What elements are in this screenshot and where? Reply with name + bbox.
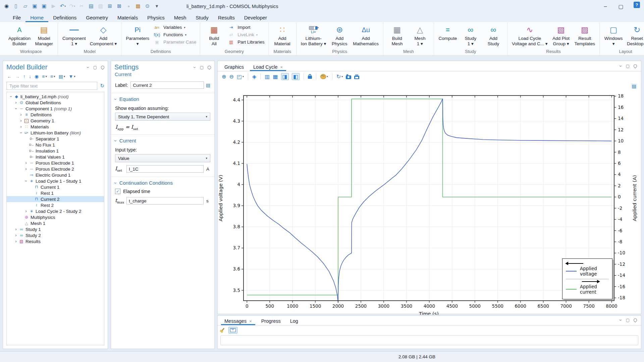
go-back-icon[interactable]: ←	[7, 74, 12, 79]
tree-item-current-1[interactable]: ⊓Current 1	[7, 184, 104, 190]
close-icon[interactable]: ×	[249, 319, 252, 324]
zoom-in-icon[interactable]: ⊕	[222, 73, 226, 80]
livelink-button[interactable]: ⇄LiveLink▾	[226, 32, 265, 38]
show-icon[interactable]: ◉	[35, 74, 39, 79]
tree-expander-icon[interactable]: ›	[19, 118, 23, 123]
duplicate-icon[interactable]: ⊞	[105, 1, 114, 11]
tree-item-current-2[interactable]: ⊓Current 2	[7, 196, 104, 202]
menu-definitions[interactable]: Definitions	[48, 14, 81, 22]
tree-item-results[interactable]: ›▧Results	[7, 238, 104, 244]
zoom-box-icon[interactable]: ◰▾	[237, 73, 244, 80]
tab-log[interactable]: Log	[287, 317, 302, 325]
tree-item-lithium-ion-battery[interactable]: ›Li+Lithium-Ion Battery(liion)	[7, 130, 104, 136]
open-file-icon[interactable]: ▱	[21, 1, 30, 11]
tree-item-geometry-1[interactable]: ›AGeometry 1	[7, 118, 104, 124]
menu-developer[interactable]: Developer	[239, 14, 272, 22]
tree-item-electric-ground-1[interactable]: ⊸Electric Ground 1	[7, 172, 104, 178]
menu-home[interactable]: Home	[25, 14, 48, 22]
float-panel-icon[interactable]: ▢	[626, 64, 630, 68]
tree-item-li-battery-1d-mph[interactable]: ›◆li_battery_1d.mph(root)	[7, 94, 104, 100]
save-as-icon[interactable]: ▣	[40, 1, 49, 11]
tree-expander-icon[interactable]: ›	[14, 227, 18, 232]
current-section-header[interactable]: › Current	[111, 135, 214, 145]
tree-expander-icon[interactable]: ›	[14, 100, 18, 105]
tree-expander-icon[interactable]: ›	[14, 107, 18, 111]
build-mesh-button[interactable]: ▦BuildMesh	[386, 23, 408, 47]
find-icon[interactable]: ⊙	[143, 1, 152, 11]
tab-progress[interactable]: Progress	[258, 317, 284, 325]
variables-button[interactable]: a=Variables▾	[152, 24, 197, 30]
component-1-button[interactable]: Component1 ▾	[61, 23, 87, 47]
collapse-all-icon[interactable]: ≡▾	[42, 74, 47, 79]
messages-window-toggle[interactable]	[228, 327, 237, 334]
equation-study-dropdown[interactable]: Study 1, Time Dependent ▾	[115, 113, 210, 121]
parameter-case-button[interactable]: ▣Parameter Case	[152, 39, 197, 45]
go-forward-icon[interactable]: →	[15, 74, 20, 79]
chevron-down-icon[interactable]: ›	[619, 319, 623, 321]
tree-item-porous-electrode-2[interactable]: ›─Porous Electrode 2	[7, 166, 104, 172]
chevron-down-icon[interactable]: ›	[193, 66, 197, 68]
maximize-button[interactable]: ▢	[613, 0, 629, 13]
move-up-icon[interactable]: ↑	[23, 74, 25, 79]
pin-icon[interactable]	[207, 65, 212, 69]
add-physics-button[interactable]: ⊛AddPhysics	[329, 23, 350, 47]
elapsed-time-checkbox[interactable]: ✓	[115, 189, 120, 194]
menu-mesh[interactable]: Mesh	[169, 14, 191, 22]
tree-item-study-2[interactable]: ›∞Study 2	[7, 232, 104, 238]
refresh-icon[interactable]: ↻	[100, 83, 104, 89]
lithium-ion-battery-button[interactable]: Li+Lithium-Ion Battery ▾	[300, 23, 328, 47]
input-type-dropdown[interactable]: Value ▾	[115, 154, 210, 162]
menu-file[interactable]: File	[8, 14, 25, 22]
model-tree-node-text-icon[interactable]: ▤▾	[59, 74, 65, 79]
tree-item-no-flux-1[interactable]: D→No Flux 1	[7, 142, 104, 148]
tree-expander-icon[interactable]: ›	[19, 124, 23, 129]
tree-expander-icon[interactable]: ›	[14, 233, 18, 238]
tree-filter-input[interactable]	[6, 82, 97, 90]
float-panel-icon[interactable]: ▢	[626, 318, 630, 322]
import-button[interactable]: ⇥Import	[226, 24, 265, 30]
customize-qat-icon[interactable]: ▾	[152, 1, 161, 11]
add-plot-group-button[interactable]: ▧Add PlotGroup ▾	[550, 23, 572, 47]
label-input[interactable]	[130, 81, 204, 89]
add-study-button[interactable]: ∞AddStudy	[483, 23, 504, 47]
delete-icon[interactable]: ⊠	[115, 1, 124, 11]
tree-expander-icon[interactable]: ›	[9, 95, 13, 99]
tree-item-rest-2[interactable]: ≀Rest 2	[7, 202, 104, 208]
tree-item-global-definitions[interactable]: ›⊙Global Definitions	[7, 100, 104, 106]
mesh-1-button[interactable]: △Mesh1 ▾	[409, 23, 431, 47]
add-material-button[interactable]: ∷AddMaterial	[272, 23, 293, 47]
print-icon[interactable]	[354, 74, 359, 79]
tree-expander-icon[interactable]: ›	[24, 161, 28, 165]
tree-expander-icon[interactable]: ›	[19, 131, 23, 135]
menu-physics[interactable]: Physics	[143, 14, 169, 22]
zoom-extents-icon[interactable]: ◈	[252, 73, 256, 80]
tab-messages[interactable]: Messages×	[221, 317, 255, 325]
lock-axes-icon[interactable]	[308, 74, 312, 79]
functions-button[interactable]: f(x)Functions▾	[152, 32, 197, 38]
menu-geometry[interactable]: Geometry	[81, 14, 113, 22]
help-button[interactable]: ?	[634, 2, 640, 8]
tree-item-materials[interactable]: ›∷Materials	[7, 124, 104, 130]
run-icon[interactable]: ▶	[49, 1, 58, 11]
add-component-button[interactable]: ◇AddComponent ▾	[89, 23, 118, 47]
chevron-down-icon[interactable]: ›	[619, 65, 623, 67]
cut-icon[interactable]: ✂	[77, 1, 86, 11]
plot-image-icon[interactable]: ▤	[631, 83, 637, 89]
tree-item-definitions[interactable]: ›≡Definitions	[7, 112, 104, 118]
tree-item-porous-electrode-1[interactable]: ›─Porous Electrode 1	[7, 160, 104, 166]
windows-button[interactable]: ▢Windows▾	[603, 23, 624, 47]
color-legend-icon[interactable]: ◨	[281, 73, 289, 80]
new-file-icon[interactable]: ▯	[11, 1, 20, 11]
add-mathematics-button[interactable]: ΔuAddMathematics	[352, 23, 380, 47]
load-cycle-voltage-button[interactable]: ∿Load CycleVoltage and C... ▾	[511, 23, 549, 47]
move-down-icon[interactable]: ↓	[29, 74, 31, 79]
tree-item-separator-1[interactable]: D–Separator 1	[7, 136, 104, 142]
compute-button[interactable]: =Compute	[437, 23, 459, 42]
tmax-input[interactable]	[126, 197, 204, 204]
iset-input[interactable]	[126, 165, 204, 173]
tree-expander-icon[interactable]: ›	[24, 167, 28, 171]
tree-item-load-cycle-1-study-1[interactable]: ›∗Load Cycle 1 - Study 1	[7, 178, 104, 184]
undo-icon[interactable]: ↶▾	[58, 1, 67, 11]
float-panel-icon[interactable]: ▢	[200, 65, 204, 70]
reset-desktop-button[interactable]: ↻ResetDesktop ▾	[626, 23, 644, 47]
